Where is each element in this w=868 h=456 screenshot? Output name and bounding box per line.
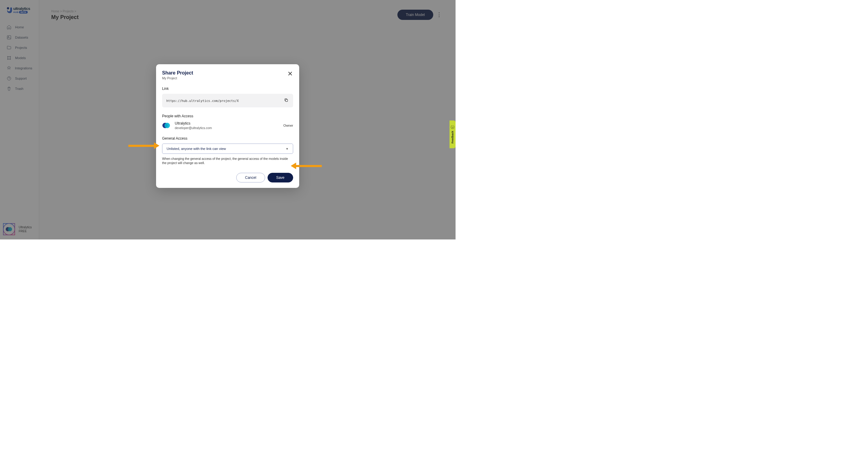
svg-point-12 [164, 123, 170, 128]
copy-button[interactable] [283, 97, 289, 104]
feedback-tab[interactable]: Feedback ☺ [450, 121, 456, 148]
share-project-modal: Share Project My Project Link https://hu… [156, 64, 299, 188]
annotation-arrow-left [128, 142, 159, 149]
link-section-label: Link [162, 87, 293, 91]
person-row: Ultralytics developer@ultralytics.com Ow… [162, 121, 293, 130]
feedback-icon: ☺ [451, 125, 454, 129]
general-access-label: General Access [162, 136, 293, 141]
dropdown-selected: Unlisted, anyone with the link can view [166, 147, 226, 150]
svg-rect-10 [286, 99, 288, 102]
person-role: Owner [283, 124, 293, 127]
chevron-down-icon: ▼ [286, 147, 289, 150]
save-button[interactable]: Save [268, 173, 293, 182]
modal-title: Share Project [162, 70, 193, 76]
people-section-label: People with Access [162, 114, 293, 118]
help-text: When changing the general access of the … [162, 157, 293, 165]
person-avatar-icon [162, 121, 170, 130]
link-value: https://hub.ultralytics.com/projects/X [166, 99, 239, 103]
person-avatar [162, 121, 170, 130]
annotation-arrow-right [291, 163, 322, 169]
modal-subtitle: My Project [162, 76, 193, 80]
close-icon [288, 72, 292, 76]
general-access-dropdown[interactable]: Unlisted, anyone with the link can view … [162, 144, 293, 154]
cancel-button[interactable]: Cancel [236, 173, 265, 182]
person-email: developer@ultralytics.com [175, 126, 279, 130]
close-button[interactable] [287, 70, 293, 78]
copy-icon [284, 98, 288, 102]
link-field: https://hub.ultralytics.com/projects/X [162, 94, 293, 107]
person-name: Ultralytics [175, 121, 279, 125]
feedback-label: Feedback [451, 131, 454, 144]
